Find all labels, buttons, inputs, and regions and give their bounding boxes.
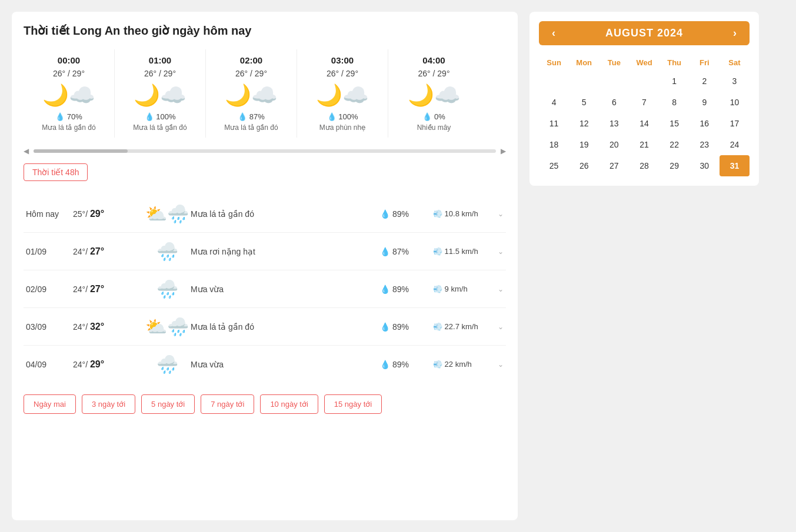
cal-day[interactable]: 20 bbox=[599, 134, 629, 155]
day-filter-button[interactable]: 7 ngày tới bbox=[201, 394, 254, 414]
cal-day[interactable]: 27 bbox=[599, 155, 629, 176]
cal-day[interactable]: 14 bbox=[629, 113, 659, 134]
cal-day[interactable]: 21 bbox=[629, 134, 659, 155]
daily-list: Hôm nay 25°/ 29° ⛅🌧️ Mưa lá tả gần đó 💧 … bbox=[24, 195, 506, 383]
hourly-desc: Mưa phùn nhẹ bbox=[319, 123, 365, 132]
daily-wind: 💨 9 km/h bbox=[433, 285, 498, 293]
cal-day[interactable]: 19 bbox=[569, 134, 599, 155]
daily-weather-icon: ⛅🌧️ bbox=[145, 316, 189, 337]
cal-day[interactable]: 4 bbox=[539, 92, 569, 113]
day-filter-button[interactable]: Ngày mai bbox=[24, 394, 76, 414]
daily-rain: 💧 89% bbox=[380, 285, 433, 294]
cal-day[interactable]: 3 bbox=[720, 71, 750, 92]
right-panel: ‹ AUGUST 2024 › SunMonTueWedThuFriSat123… bbox=[529, 12, 759, 186]
cal-day[interactable]: 17 bbox=[720, 113, 750, 134]
cal-day[interactable]: 1 bbox=[660, 71, 690, 92]
day-filter-button[interactable]: 10 ngày tới bbox=[260, 394, 318, 414]
cal-dow-header: Sat bbox=[720, 55, 750, 71]
hourly-rain: 87% bbox=[238, 112, 265, 121]
hourly-icon: 🌙☁️ bbox=[134, 83, 186, 108]
daily-icon-wrap: 🌧️ bbox=[144, 354, 191, 374]
calendar-grid: SunMonTueWedThuFriSat1234567891011121314… bbox=[539, 55, 750, 176]
cal-day[interactable]: 15 bbox=[660, 113, 690, 134]
cal-day[interactable]: 29 bbox=[660, 155, 690, 176]
daily-weather-icon: 🌧️ bbox=[156, 279, 178, 299]
cal-day[interactable]: 25 bbox=[539, 155, 569, 176]
cal-day[interactable]: 10 bbox=[720, 92, 750, 113]
cal-day[interactable]: 22 bbox=[660, 134, 690, 155]
cal-day bbox=[599, 71, 629, 92]
cal-day[interactable]: 6 bbox=[599, 92, 629, 113]
hourly-desc: Nhiều mây bbox=[417, 123, 451, 132]
day-filter-button[interactable]: 5 ngày tới bbox=[141, 394, 195, 414]
hourly-icon: 🌙☁️ bbox=[42, 83, 95, 108]
cal-day[interactable]: 16 bbox=[690, 113, 720, 134]
cal-day[interactable]: 31 bbox=[720, 155, 750, 176]
cal-next-button[interactable]: › bbox=[730, 27, 740, 39]
cal-day[interactable]: 30 bbox=[690, 155, 720, 176]
scroll-left-arrow[interactable]: ◀ bbox=[24, 147, 29, 155]
daily-date: 04/09 bbox=[26, 360, 73, 369]
daily-chevron-icon[interactable]: ⌄ bbox=[498, 285, 504, 293]
scroll-right-arrow[interactable]: ▶ bbox=[501, 147, 506, 155]
cal-day[interactable]: 26 bbox=[569, 155, 599, 176]
cal-day[interactable]: 13 bbox=[599, 113, 629, 134]
hourly-time: 04:00 bbox=[422, 55, 445, 65]
cal-day[interactable]: 8 bbox=[660, 92, 690, 113]
hourly-rain: 100% bbox=[145, 112, 176, 121]
scroll-thumb bbox=[34, 149, 128, 153]
daily-chevron-icon[interactable]: ⌄ bbox=[498, 210, 504, 218]
hourly-rain: 100% bbox=[327, 112, 358, 121]
cal-prev-button[interactable]: ‹ bbox=[548, 27, 559, 39]
cal-day[interactable]: 24 bbox=[720, 134, 750, 155]
hourly-icon: 🌙☁️ bbox=[316, 83, 369, 108]
cal-day[interactable]: 7 bbox=[629, 92, 659, 113]
daily-row: Hôm nay 25°/ 29° ⛅🌧️ Mưa lá tả gần đó 💧 … bbox=[24, 195, 506, 233]
day-filter-button[interactable]: 15 ngày tới bbox=[324, 394, 382, 414]
daily-chevron-icon[interactable]: ⌄ bbox=[498, 247, 504, 256]
cal-day[interactable]: 23 bbox=[690, 134, 720, 155]
daily-desc: Mưa vừa bbox=[191, 285, 380, 294]
hourly-item: 03:00 26° / 29° 🌙☁️ 100% Mưa phùn nhẹ bbox=[297, 49, 388, 138]
daily-chevron-icon[interactable]: ⌄ bbox=[498, 323, 504, 331]
cal-day[interactable]: 18 bbox=[539, 134, 569, 155]
daily-rain: 💧 87% bbox=[380, 247, 433, 256]
day-filter-button[interactable]: 3 ngày tới bbox=[82, 394, 135, 414]
cal-dow-header: Mon bbox=[569, 55, 599, 71]
cal-day bbox=[539, 71, 569, 92]
cal-day bbox=[569, 71, 599, 92]
btn-48h[interactable]: Thời tiết 48h bbox=[24, 163, 88, 181]
cal-day[interactable]: 28 bbox=[629, 155, 659, 176]
scroll-bar: ◀ ▶ bbox=[24, 147, 506, 155]
hourly-inner: 00:00 26° / 29° 🌙☁️ 70% Mưa lá tả gần đó… bbox=[24, 49, 506, 138]
daily-temp: 24°/ 29° bbox=[73, 359, 144, 370]
cal-dow-header: Thu bbox=[660, 55, 690, 71]
hourly-temp: 26° / 29° bbox=[235, 69, 267, 78]
hourly-item: 02:00 26° / 29° 🌙☁️ 87% Mưa lá tả gần đó bbox=[206, 49, 297, 138]
daily-date: Hôm nay bbox=[26, 209, 73, 219]
hourly-item: 04:00 26° / 29° 🌙☁️ 0% Nhiều mây bbox=[388, 49, 479, 138]
cal-day[interactable]: 11 bbox=[539, 113, 569, 134]
cal-day[interactable]: 9 bbox=[690, 92, 720, 113]
daily-desc: Mưa lá tả gần đó bbox=[191, 322, 380, 332]
hourly-time: 01:00 bbox=[149, 55, 171, 65]
daily-row: 03/09 24°/ 32° ⛅🌧️ Mưa lá tả gần đó 💧 89… bbox=[24, 308, 506, 346]
cal-day bbox=[629, 71, 659, 92]
daily-chevron-icon[interactable]: ⌄ bbox=[498, 360, 504, 369]
daily-weather-icon: ⛅🌧️ bbox=[145, 203, 189, 224]
cal-day[interactable]: 5 bbox=[569, 92, 599, 113]
daily-rain: 💧 89% bbox=[380, 322, 433, 332]
daily-wind: 💨 10.8 km/h bbox=[433, 209, 498, 218]
daily-temp: 24°/ 27° bbox=[73, 246, 144, 257]
cal-day[interactable]: 2 bbox=[690, 71, 720, 92]
daily-icon-wrap: ⛅🌧️ bbox=[144, 316, 191, 337]
hourly-time: 03:00 bbox=[331, 55, 354, 65]
cal-day[interactable]: 12 bbox=[569, 113, 599, 134]
daily-date: 03/09 bbox=[26, 322, 73, 332]
hourly-container: 00:00 26° / 29° 🌙☁️ 70% Mưa lá tả gần đó… bbox=[24, 49, 506, 138]
scroll-track[interactable] bbox=[34, 149, 496, 153]
daily-desc: Mưa rơi nặng hạt bbox=[191, 247, 380, 256]
hourly-rain: 70% bbox=[55, 112, 82, 121]
daily-icon-wrap: ⛅🌧️ bbox=[144, 203, 191, 224]
left-panel: Thời tiết Long An theo giờ ngày hôm nay … bbox=[12, 12, 518, 520]
